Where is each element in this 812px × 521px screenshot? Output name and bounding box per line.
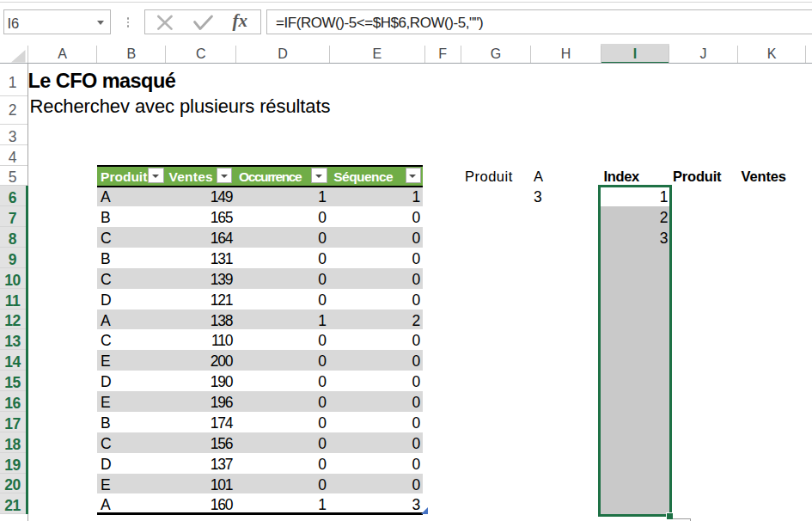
svg-text:fx: fx	[233, 10, 248, 31]
